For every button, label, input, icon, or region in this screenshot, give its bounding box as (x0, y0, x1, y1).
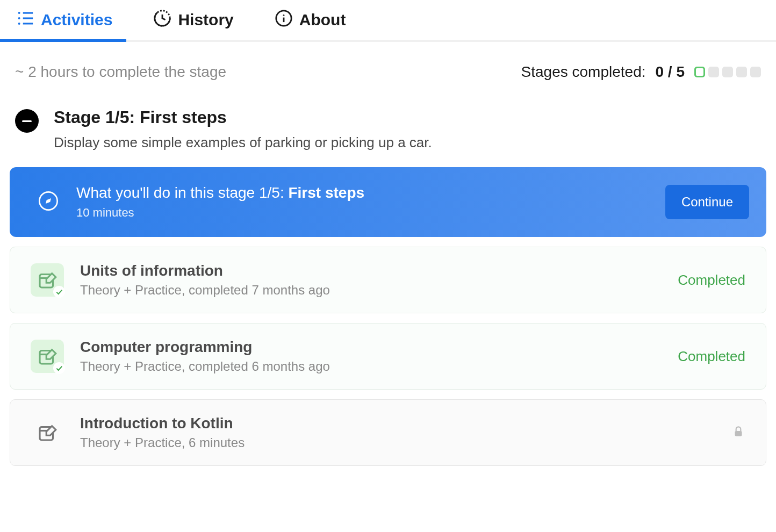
lesson-status: Completed (678, 272, 745, 289)
stage-estimate: ~ 2 hours to complete the stage (15, 63, 226, 81)
lesson-status: Completed (678, 348, 745, 365)
tabs-bar: Activities History About (0, 0, 776, 42)
lesson-icon (31, 416, 64, 449)
lesson-subtitle: Theory + Practice, completed 7 months ag… (80, 283, 662, 298)
stage-header: Stage 1/5: First steps Display some simp… (0, 97, 776, 167)
compass-icon (38, 190, 59, 214)
completed-label: Stages completed: (521, 63, 646, 81)
estimate-text: ~ 2 hours to complete the stage (15, 63, 226, 81)
stage-overview-card[interactable]: What you'll do in this stage 1/5: First … (10, 167, 766, 237)
cards-container: What you'll do in this stage 1/5: First … (0, 167, 776, 466)
stage-dot (736, 67, 747, 77)
lesson-card[interactable]: Introduction to Kotlin Theory + Practice… (10, 399, 766, 466)
hero-title: What you'll do in this stage 1/5: First … (76, 184, 648, 202)
lesson-icon (31, 263, 64, 297)
stage-dot (750, 67, 761, 77)
lesson-subtitle: Theory + Practice, completed 6 months ag… (80, 359, 662, 374)
check-icon (53, 362, 65, 374)
tab-about[interactable]: About (271, 0, 349, 40)
tab-history[interactable]: History (150, 0, 236, 40)
stage-progress-dots (694, 67, 761, 77)
check-icon (53, 286, 65, 298)
stages-completed: Stages completed: 0 / 5 (521, 63, 761, 81)
hero-prefix: What you'll do in this stage 1/5: (76, 184, 288, 201)
continue-button[interactable]: Continue (665, 185, 749, 219)
svg-marker-12 (46, 198, 51, 204)
lesson-title: Computer programming (80, 339, 662, 356)
hero-subtitle: 10 minutes (76, 206, 648, 220)
lock-icon (731, 425, 745, 441)
lesson-title: Introduction to Kotlin (80, 415, 715, 432)
svg-point-0 (18, 12, 20, 14)
lesson-card[interactable]: Units of information Theory + Practice, … (10, 247, 766, 313)
history-icon (153, 9, 171, 31)
summary-row: ~ 2 hours to complete the stage Stages c… (0, 42, 776, 97)
stage-dot (722, 67, 733, 77)
stage-title: Stage 1/5: First steps (54, 107, 432, 127)
tab-label: Activities (41, 11, 112, 29)
stage-description: Display some simple examples of parking … (54, 133, 432, 152)
stage-dot (708, 67, 719, 77)
lesson-subtitle: Theory + Practice, 6 minutes (80, 435, 715, 450)
completed-value: 0 / 5 (656, 63, 685, 81)
svg-rect-16 (735, 431, 742, 436)
svg-point-2 (18, 17, 20, 19)
svg-point-4 (18, 22, 20, 24)
lesson-icon (31, 340, 64, 373)
lesson-card[interactable]: Computer programming Theory + Practice, … (10, 323, 766, 390)
tab-activities[interactable]: Activities (13, 0, 116, 40)
info-icon (275, 9, 293, 31)
tab-label: History (178, 11, 233, 29)
lesson-title: Units of information (80, 262, 662, 279)
svg-point-9 (283, 14, 284, 16)
tab-label: About (299, 11, 346, 29)
hero-bold: First steps (288, 184, 364, 201)
minus-icon (22, 120, 32, 122)
stage-dot (694, 67, 705, 77)
activities-icon (16, 9, 34, 31)
collapse-toggle[interactable] (15, 109, 39, 133)
